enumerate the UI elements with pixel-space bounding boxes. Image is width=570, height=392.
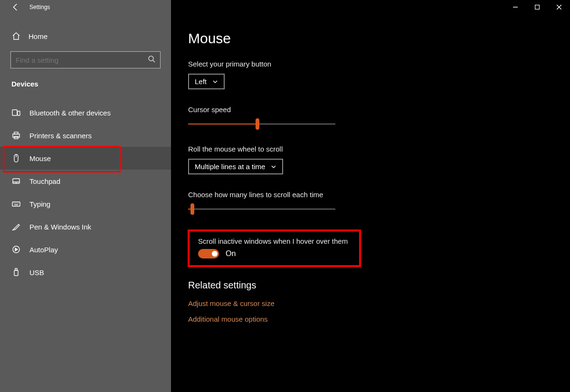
- sidebar-item-label: Mouse: [29, 154, 51, 163]
- sidebar: Home Devices Bluetooth & other devices P…: [0, 0, 171, 392]
- mouse-icon: [11, 153, 21, 163]
- sidebar-item-bluetooth[interactable]: Bluetooth & other devices: [0, 101, 171, 124]
- toggle-knob: [212, 251, 218, 257]
- scroll-inactive-label: Scroll inactive windows when I hover ove…: [198, 237, 348, 245]
- lines-label: Choose how many lines to scroll each tim…: [188, 191, 570, 199]
- cursor-speed-label: Cursor speed: [188, 105, 570, 114]
- slider-thumb[interactable]: [190, 203, 194, 215]
- search-box[interactable]: [10, 51, 161, 68]
- svg-rect-4: [13, 134, 19, 137]
- sidebar-nav: Bluetooth & other devices Printers & sca…: [0, 101, 171, 284]
- sidebar-item-label: AutoPlay: [29, 246, 58, 254]
- svg-rect-11: [14, 270, 18, 276]
- sidebar-home-label: Home: [28, 32, 48, 40]
- svg-rect-3: [18, 111, 20, 115]
- svg-rect-12: [15, 268, 17, 270]
- back-button[interactable]: [11, 3, 20, 11]
- touchpad-icon: [11, 176, 21, 186]
- svg-rect-5: [14, 132, 18, 134]
- primary-button-value: Left: [195, 77, 207, 86]
- main-content: Mouse Select your primary button Left Cu…: [171, 0, 570, 392]
- sidebar-item-label: Touchpad: [29, 177, 60, 185]
- scroll-mode-value: Multiple lines at a time: [195, 163, 265, 171]
- usb-icon: [11, 268, 21, 277]
- devices-icon: [11, 108, 21, 117]
- maximize-button[interactable]: [526, 0, 548, 14]
- slider-fill: [188, 124, 257, 124]
- printer-icon: [11, 131, 21, 140]
- titlebar: Settings: [0, 0, 570, 14]
- svg-point-1: [149, 56, 153, 61]
- search-input[interactable]: [16, 56, 148, 64]
- lines-slider[interactable]: [188, 204, 335, 214]
- keyboard-icon: [11, 199, 21, 209]
- sidebar-item-pen[interactable]: Pen & Windows Ink: [0, 215, 171, 238]
- svg-rect-2: [12, 110, 17, 115]
- cursor-speed-slider[interactable]: [188, 119, 335, 129]
- svg-rect-0: [535, 5, 540, 10]
- scroll-inactive-state: On: [226, 249, 236, 258]
- home-icon: [11, 31, 21, 41]
- window-title: Settings: [29, 4, 50, 10]
- search-icon: [148, 55, 155, 65]
- sidebar-item-touchpad[interactable]: Touchpad: [0, 170, 171, 192]
- sidebar-item-label: USB: [29, 268, 44, 277]
- scroll-inactive-section: Scroll inactive windows when I hover ove…: [188, 230, 361, 267]
- scroll-inactive-toggle[interactable]: [198, 249, 219, 258]
- scroll-mode-label: Roll the mouse wheel to scroll: [188, 145, 570, 153]
- minimize-button[interactable]: [504, 0, 526, 14]
- pen-icon: [11, 222, 21, 231]
- svg-rect-9: [12, 202, 20, 206]
- chevron-down-icon: [271, 164, 276, 170]
- scroll-mode-dropdown[interactable]: Multiple lines at a time: [188, 159, 283, 174]
- primary-button-label: Select your primary button: [188, 60, 570, 68]
- page-title: Mouse: [188, 30, 570, 47]
- slider-thumb[interactable]: [256, 118, 259, 130]
- sidebar-category: Devices: [0, 68, 171, 93]
- link-additional-mouse-options[interactable]: Additional mouse options: [188, 315, 570, 323]
- sidebar-item-label: Printers & scanners: [29, 132, 92, 140]
- autoplay-icon: [11, 245, 21, 254]
- sidebar-item-autoplay[interactable]: AutoPlay: [0, 238, 171, 261]
- chevron-down-icon: [212, 79, 218, 85]
- link-adjust-mouse-size[interactable]: Adjust mouse & cursor size: [188, 299, 570, 307]
- sidebar-item-typing[interactable]: Typing: [0, 192, 171, 215]
- sidebar-item-printers[interactable]: Printers & scanners: [0, 124, 171, 147]
- sidebar-item-label: Bluetooth & other devices: [29, 109, 111, 117]
- related-settings-title: Related settings: [188, 280, 570, 291]
- sidebar-item-label: Typing: [29, 200, 50, 208]
- sidebar-item-usb[interactable]: USB: [0, 261, 171, 284]
- primary-button-dropdown[interactable]: Left: [188, 74, 225, 89]
- sidebar-home[interactable]: Home: [0, 26, 171, 47]
- slider-track: [188, 209, 335, 210]
- sidebar-item-mouse[interactable]: Mouse: [0, 147, 171, 170]
- sidebar-item-label: Pen & Windows Ink: [29, 223, 91, 231]
- close-button[interactable]: [548, 0, 570, 14]
